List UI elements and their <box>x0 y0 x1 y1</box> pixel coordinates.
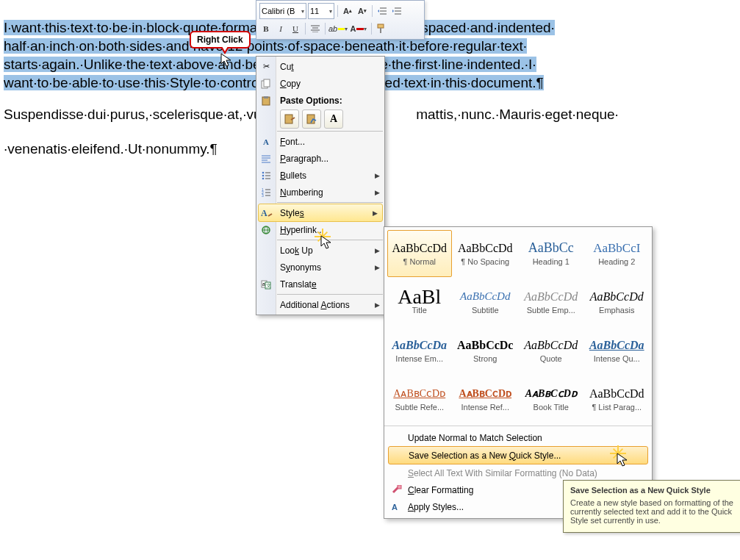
grow-font-button[interactable]: A▴ <box>341 4 354 18</box>
shrink-font-button[interactable]: A▾ <box>356 4 369 18</box>
paste-merge-button[interactable] <box>302 110 321 129</box>
style-tile-subtitle[interactable]: AaBbCcDdSubtitle <box>453 279 518 326</box>
svg-point-9 <box>262 174 265 176</box>
context-menu-translate[interactable]: a文 Translate <box>256 276 384 292</box>
context-menu-font[interactable]: A Font... <box>256 133 384 150</box>
paste-options-row: A <box>256 109 384 129</box>
style-tile--normal[interactable]: AaBbCcDd¶ Normal <box>387 230 452 277</box>
svg-text:3: 3 <box>262 193 264 197</box>
bold-button[interactable]: B <box>259 22 273 35</box>
body-text-line5b[interactable]: mattis,·nunc.·Mauris·eget·neque· <box>416 107 619 122</box>
style-tile--list-parag-[interactable]: AaBbCcDd¶ List Parag... <box>585 376 650 423</box>
styles-icon: A <box>261 207 273 219</box>
svg-text:A: A <box>261 208 267 218</box>
italic-button[interactable]: I <box>274 22 287 35</box>
style-tile-heading-1[interactable]: AaBbCcHeading 1 <box>519 230 583 277</box>
context-menu-paste-options-header: Paste Options: <box>256 92 384 109</box>
font-family-combo[interactable]: Calibri (B▾ <box>259 3 306 19</box>
cut-icon: ✂ <box>260 61 272 73</box>
style-tile-heading-2[interactable]: AaBbCcIHeading 2 <box>585 230 650 277</box>
styles-gallery-grid: AaBbCcDd¶ NormalAaBbCcDd¶ No SpacingAaBb… <box>387 230 649 423</box>
underline-button[interactable]: U <box>289 22 302 35</box>
context-menu-bullets[interactable]: Bullets▶ <box>256 167 384 184</box>
save-as-new-quick-style[interactable]: Save Selection as a New Quick Style... <box>388 446 648 464</box>
highlight-color-button[interactable]: ab▾ <box>328 22 348 35</box>
style-tile-subtle-emp-[interactable]: AaBbCcDdSubtle Emp... <box>519 279 583 326</box>
style-tile-strong[interactable]: AaBbCcDcStrong <box>453 327 518 374</box>
callout-pointer <box>220 47 229 54</box>
paste-icon <box>260 95 272 107</box>
style-tile-emphasis[interactable]: AaBbCcDdEmphasis <box>585 279 650 326</box>
svg-rect-5 <box>264 96 268 98</box>
style-tile-title[interactable]: AaBlTitle <box>387 279 452 326</box>
style-tile-book-title[interactable]: AᴀBʙCᴄDᴅBook Title <box>519 376 583 423</box>
style-tile-intense-qu-[interactable]: AaBbCcDaIntense Qu... <box>585 327 650 374</box>
clear-formatting-icon <box>392 485 403 495</box>
svg-point-8 <box>262 171 265 173</box>
context-menu-paragraph[interactable]: Paragraph... <box>256 150 384 167</box>
font-color-button[interactable]: A▾ <box>349 22 368 35</box>
numbering-icon: 123 <box>260 187 272 198</box>
context-menu-additional-actions[interactable]: Additional Actions▶ <box>256 296 384 313</box>
bullets-icon <box>260 170 272 182</box>
context-menu-styles[interactable]: A Styles▶ <box>258 204 383 222</box>
tooltip: Save Selection as a New Quick Style Crea… <box>563 480 740 533</box>
copy-icon <box>260 78 272 90</box>
context-menu-numbering[interactable]: 123 Numbering▶ <box>256 184 384 201</box>
styles-gallery-panel: AaBbCcDd¶ NormalAaBbCcDd¶ No SpacingAaBb… <box>384 226 653 519</box>
svg-text:a: a <box>262 281 265 287</box>
selected-text-line2[interactable]: half·an·inch·on·both·sides·and·have·12·p… <box>4 38 527 54</box>
right-click-callout: Right Click <box>190 31 251 49</box>
context-menu-cut[interactable]: ✂ Cut <box>256 58 384 75</box>
hyperlink-icon <box>260 224 272 236</box>
format-painter-button[interactable] <box>375 22 388 35</box>
paste-keep-source-button[interactable] <box>280 110 299 129</box>
body-text-line6[interactable]: ·venenatis·eleifend.·Ut·nonummy.¶ <box>4 141 218 157</box>
font-size-combo[interactable]: 11▾ <box>308 3 334 19</box>
svg-rect-0 <box>378 24 384 28</box>
tooltip-title: Save Selection as a New Quick Style <box>570 486 736 495</box>
mini-toolbar: Calibri (B▾ 11▾ A▴ A▾ B I U ab▾ A▾ <box>256 0 425 40</box>
select-similar-formatting: Select All Text With Similar Formatting … <box>387 464 649 481</box>
align-center-button[interactable] <box>309 22 322 35</box>
increase-indent-button[interactable] <box>390 4 403 18</box>
decrease-indent-button[interactable] <box>376 4 389 18</box>
svg-text:文: 文 <box>266 283 271 288</box>
style-tile--no-spacing[interactable]: AaBbCcDd¶ No Spacing <box>453 230 518 277</box>
apply-styles-icon: A <box>392 503 403 511</box>
update-to-match-selection[interactable]: Update Normal to Match Selection <box>387 429 649 446</box>
context-menu-synonyms[interactable]: Synonyms▶ <box>256 259 384 276</box>
paragraph-dialog-icon <box>260 153 272 165</box>
svg-rect-1 <box>380 28 381 33</box>
body-text-line5a[interactable]: Suspendisse·dui·purus,·scelerisque·at,·v… <box>4 107 262 122</box>
svg-rect-3 <box>264 79 270 87</box>
tooltip-body: Create a new style based on formatting o… <box>570 498 736 525</box>
paste-text-only-button[interactable]: A <box>324 110 343 129</box>
style-tile-subtle-refe-[interactable]: AᴀBʙCᴄDᴅSubtle Refe... <box>387 376 452 423</box>
svg-point-10 <box>262 177 265 179</box>
style-tile-intense-em-[interactable]: AaBbCcDaIntense Em... <box>387 327 452 374</box>
translate-icon: a文 <box>260 279 272 290</box>
svg-rect-20 <box>398 485 401 489</box>
context-menu: ✂ Cut Copy Paste Options: A A Font... Pa… <box>256 56 385 315</box>
context-menu-lookup[interactable]: Look Up▶ <box>256 242 384 259</box>
font-dialog-icon: A <box>260 136 272 148</box>
context-menu-copy[interactable]: Copy <box>256 75 384 92</box>
context-menu-hyperlink[interactable]: Hyperlink... <box>256 221 384 238</box>
style-tile-intense-ref-[interactable]: AᴀBʙCᴄDᴅIntense Ref... <box>453 376 518 423</box>
style-tile-quote[interactable]: AaBbCcDdQuote <box>519 327 583 374</box>
